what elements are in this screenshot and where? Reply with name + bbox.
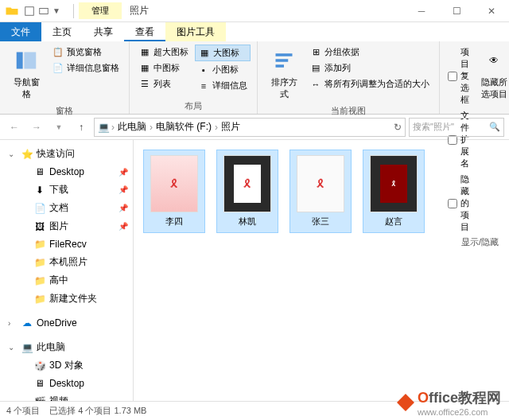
search-icon: 🔍	[489, 122, 500, 132]
svg-rect-4	[276, 53, 293, 56]
sort-button[interactable]: 排序方式	[264, 45, 304, 103]
minimize-button[interactable]: ─	[404, 0, 439, 22]
pc-icon: 💻	[98, 122, 110, 133]
sidebar-quick-access[interactable]: ⌄⭐快速访问	[0, 145, 133, 163]
large-icons-button[interactable]: ▦大图标	[195, 45, 251, 61]
crumb-folder[interactable]: 照片	[220, 120, 242, 134]
tab-view[interactable]: 查看	[124, 22, 165, 41]
ribbon-group-panes: 导航窗格 📋预览窗格 📄详细信息窗格 窗格	[0, 41, 130, 114]
sidebar-desktop[interactable]: 🖥Desktop📌	[0, 163, 133, 181]
svg-rect-6	[276, 64, 285, 68]
file-name: 赵言	[385, 216, 402, 228]
folder-icon	[5, 4, 19, 18]
qat-dropdown-icon[interactable]: ▼	[52, 6, 60, 15]
nav-pane-button[interactable]: 导航窗格	[6, 45, 46, 103]
sidebar-pictures[interactable]: 🖼图片📌	[0, 217, 133, 235]
ribbon-group-show-hide: 项目复选框 文件扩展名 隐藏的项目 👁 隐藏所选项目 显示/隐藏	[440, 41, 509, 114]
crumb-this-pc[interactable]: 此电脑	[116, 120, 148, 134]
crumb-drive[interactable]: 电脑软件 (F:)	[154, 120, 213, 134]
preview-pane-button[interactable]: 📋预览窗格	[49, 45, 122, 60]
qat-btn-2[interactable]	[38, 6, 49, 17]
sort-icon	[273, 49, 295, 72]
svg-rect-2	[17, 52, 23, 69]
maximize-button[interactable]: ☐	[439, 0, 474, 22]
file-item[interactable]: 🎗 林凯	[216, 150, 278, 233]
extra-large-icons-button[interactable]: ▦超大图标	[136, 45, 192, 60]
navigation-sidebar: ⌄⭐快速访问 🖥Desktop📌 ⬇下载📌 📄文档📌 🖼图片📌 📁FileRec…	[0, 140, 134, 401]
sidebar-desktop2[interactable]: 🖥Desktop	[0, 375, 133, 392]
sidebar-filerecv[interactable]: 📁FileRecv	[0, 235, 133, 253]
sidebar-new-folder[interactable]: 📁新建文件夹	[0, 290, 133, 308]
refresh-icon[interactable]: ↻	[394, 122, 402, 133]
sidebar-this-pc[interactable]: ⌄💻此电脑	[0, 338, 133, 356]
file-name: 李四	[165, 216, 183, 228]
svg-rect-5	[276, 59, 289, 62]
file-item[interactable]: 🎗 张三	[289, 150, 352, 233]
sidebar-local-photos[interactable]: 📁本机照片	[0, 253, 133, 271]
window-title: 照片	[130, 4, 149, 18]
content-area: ⌄⭐快速访问 🖥Desktop📌 ⬇下载📌 📄文档📌 🖼图片📌 📁FileRec…	[0, 140, 509, 401]
file-item[interactable]: 🎗 赵言	[363, 150, 425, 233]
small-icons-button[interactable]: ▪小图标	[195, 62, 251, 77]
sidebar-documents[interactable]: 📄文档📌	[0, 199, 133, 217]
address-bar[interactable]: 💻 › 此电脑 › 电脑软件 (F:) › 照片 ↻	[94, 118, 406, 137]
watermark-logo-icon	[397, 394, 414, 411]
sidebar-gaozhong[interactable]: 📁高中	[0, 271, 133, 290]
svg-rect-0	[25, 6, 34, 15]
details-pane-button[interactable]: 📄详细信息窗格	[49, 60, 122, 76]
selection-info: 已选择 4 个项目 1.73 MB	[49, 405, 146, 417]
file-thumbnail: 🎗	[223, 155, 271, 212]
watermark-url: www.office26.com	[418, 407, 501, 417]
tab-file[interactable]: 文件	[0, 22, 41, 41]
group-label-layout: 布局	[136, 99, 251, 112]
tab-home[interactable]: 主页	[41, 22, 83, 41]
file-thumbnail: 🎗	[150, 155, 198, 212]
ribbon: 导航窗格 📋预览窗格 📄详细信息窗格 窗格 ▦超大图标 ▦中图标 ☰列表 ▦大图…	[0, 41, 509, 115]
group-by-button[interactable]: ⊞分组依据	[307, 45, 433, 60]
file-name: 林凯	[239, 216, 256, 228]
svg-rect-1	[40, 8, 49, 14]
add-columns-button[interactable]: ▤添加列	[307, 60, 433, 76]
forward-button[interactable]: →	[27, 118, 46, 137]
watermark: Office教程网 www.office26.com	[397, 388, 501, 417]
file-item[interactable]: 🎗 李四	[143, 150, 205, 233]
up-button[interactable]: ↑	[72, 118, 91, 137]
details-button[interactable]: ≡详细信息	[195, 78, 251, 93]
sidebar-videos[interactable]: 🎬视频	[0, 392, 133, 401]
qat-btn-1[interactable]	[24, 6, 35, 17]
item-checkboxes-toggle[interactable]: 项目复选框	[446, 45, 471, 107]
size-columns-button[interactable]: ↔将所有列调整为合适的大小	[307, 76, 433, 91]
close-button[interactable]: ✕	[474, 0, 509, 22]
ribbon-group-layout: ▦超大图标 ▦中图标 ☰列表 ▦大图标 ▪小图标 ≡详细信息 布局	[130, 41, 258, 114]
group-label-panes: 窗格	[6, 103, 122, 117]
sidebar-downloads[interactable]: ⬇下载📌	[0, 181, 133, 199]
medium-icons-button[interactable]: ▦中图标	[136, 60, 192, 76]
tab-share[interactable]: 共享	[83, 22, 124, 41]
recent-dropdown[interactable]: ▼	[49, 118, 68, 137]
address-bar-row: ← → ▼ ↑ 💻 › 此电脑 › 电脑软件 (F:) › 照片 ↻ 搜索"照片…	[0, 115, 509, 140]
svg-rect-3	[24, 52, 36, 69]
window-titlebar: ▼ 管理 照片 ─ ☐ ✕	[0, 0, 509, 22]
tab-picture-tools[interactable]: 图片工具	[165, 22, 226, 41]
file-name: 张三	[312, 216, 329, 228]
ribbon-group-current-view: 排序方式 ⊞分组依据 ▤添加列 ↔将所有列调整为合适的大小 当前视图	[258, 41, 440, 114]
file-list: 🎗 李四 🎗 林凯 🎗 张三 🎗 赵言	[134, 140, 509, 401]
ribbon-tabs: 文件 主页 共享 查看 图片工具	[0, 22, 509, 41]
list-button[interactable]: ☰列表	[136, 76, 192, 91]
watermark-brand: Office教程网	[418, 388, 501, 407]
file-thumbnail: 🎗	[370, 155, 418, 212]
search-input[interactable]: 搜索"照片" 🔍	[409, 118, 504, 137]
back-button[interactable]: ←	[5, 118, 24, 137]
nav-pane-icon	[15, 49, 37, 72]
hide-icon: 👁	[481, 48, 507, 73]
sidebar-onedrive[interactable]: ›☁OneDrive	[0, 314, 133, 332]
group-label-current-view: 当前视图	[264, 103, 433, 117]
sidebar-3d-objects[interactable]: 🎲3D 对象	[0, 356, 133, 375]
context-tab: 管理	[79, 2, 122, 19]
item-count: 4 个项目	[6, 405, 40, 417]
file-thumbnail: 🎗	[297, 155, 344, 212]
